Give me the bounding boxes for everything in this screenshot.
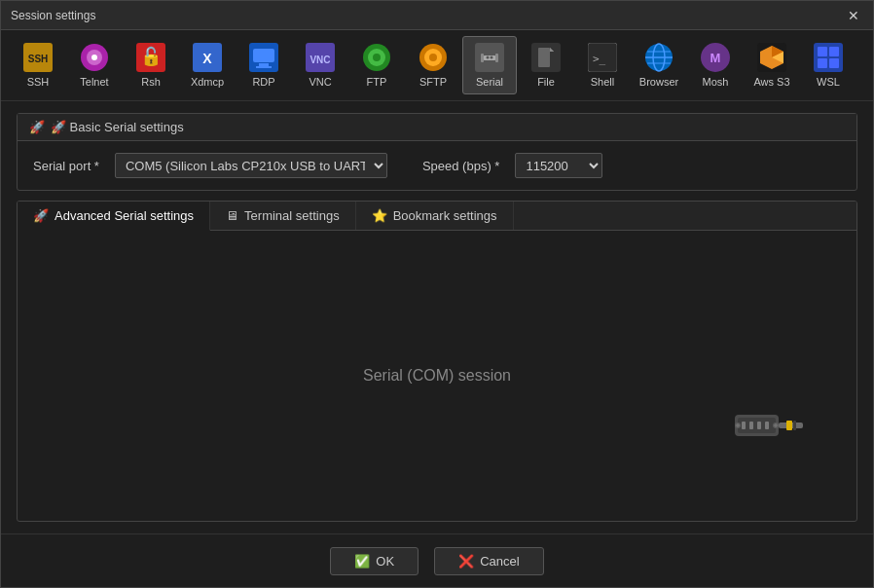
protocol-telnet[interactable]: Telnet xyxy=(67,36,122,94)
ok-button[interactable]: ✅ OK xyxy=(330,547,419,575)
serial-port-label: Serial port * xyxy=(33,159,99,173)
svg-point-20 xyxy=(429,54,437,61)
protocol-wsl[interactable]: WSL xyxy=(801,36,856,94)
svg-rect-24 xyxy=(495,54,498,62)
tab-bar: 🚀 Advanced Serial settings 🖥 Terminal se… xyxy=(18,202,856,231)
protocol-aws-s3[interactable]: Aws S3 xyxy=(745,36,799,94)
telnet-icon xyxy=(80,43,109,72)
rsh-label: Rsh xyxy=(141,76,161,88)
speed-select[interactable]: 9600 19200 38400 57600 115200 230400 460… xyxy=(515,153,602,178)
vnc-icon: VNC xyxy=(306,43,335,72)
serial-port-select[interactable]: COM5 (Silicon Labs CP210x USB to UART Br… xyxy=(115,153,387,178)
svg-rect-10 xyxy=(253,49,274,62)
sftp-label: SFTP xyxy=(419,76,447,88)
protocol-rsh[interactable]: 🔓 Rsh xyxy=(124,36,178,94)
serial-label: Serial xyxy=(476,76,503,88)
shell-icon: >_ xyxy=(588,43,617,72)
ok-icon: ✅ xyxy=(354,554,370,569)
ssh-label: SSH xyxy=(27,76,50,88)
svg-rect-11 xyxy=(259,63,269,66)
ftp-icon xyxy=(362,43,391,72)
vnc-label: VNC xyxy=(309,76,331,88)
protocol-sftp[interactable]: SFTP xyxy=(406,36,460,94)
svg-text:VNC: VNC xyxy=(310,55,330,65)
svg-rect-28 xyxy=(538,48,550,67)
browser-icon xyxy=(644,43,674,72)
ssh-icon: SSH xyxy=(23,43,53,72)
svg-rect-12 xyxy=(256,66,272,68)
sftp-icon xyxy=(419,43,448,72)
cancel-button[interactable]: ❌ Cancel xyxy=(434,547,543,575)
svg-point-17 xyxy=(373,54,381,61)
svg-rect-53 xyxy=(757,422,761,429)
basic-serial-title: 🚀 Basic Serial settings xyxy=(51,120,184,134)
svg-rect-57 xyxy=(793,421,796,430)
svg-rect-54 xyxy=(765,422,769,429)
aws-s3-label: Aws S3 xyxy=(753,76,789,88)
svg-rect-47 xyxy=(818,58,827,68)
advanced-serial-tab-label: Advanced Serial settings xyxy=(55,208,194,223)
window-title: Session settings xyxy=(11,9,95,22)
basic-serial-icon: 🚀 xyxy=(29,120,45,134)
terminal-settings-tab-label: Terminal settings xyxy=(244,208,340,223)
protocol-xdmcp[interactable]: X Xdmcp xyxy=(180,36,235,94)
svg-point-26 xyxy=(491,56,493,59)
wsl-label: WSL xyxy=(817,76,840,88)
basic-serial-body: Serial port * COM5 (Silicon Labs CP210x … xyxy=(18,141,856,190)
wsl-icon xyxy=(814,43,843,72)
bookmark-settings-tab-icon: ⭐ xyxy=(372,208,387,223)
rsh-icon: 🔓 xyxy=(136,43,165,72)
protocol-shell[interactable]: >_ Shell xyxy=(575,36,630,94)
ok-label: OK xyxy=(376,554,394,569)
svg-point-4 xyxy=(91,55,97,60)
protocol-bar: SSH SSH Telnet 🔓 Rsh X Xdmcp xyxy=(1,30,873,101)
session-label: Serial (COM) session xyxy=(363,367,511,385)
tab-advanced-serial[interactable]: 🚀 Advanced Serial settings xyxy=(18,202,210,231)
title-bar: Session settings ✕ xyxy=(1,1,873,30)
protocol-mosh[interactable]: M Mosh xyxy=(688,36,743,94)
footer: ✅ OK ❌ Cancel xyxy=(1,533,873,587)
protocol-ftp[interactable]: FTP xyxy=(349,36,404,94)
svg-point-25 xyxy=(487,56,490,59)
rdp-icon xyxy=(249,43,278,72)
mosh-label: Mosh xyxy=(703,76,729,88)
svg-text:X: X xyxy=(202,51,212,66)
telnet-label: Telnet xyxy=(80,76,108,88)
svg-rect-45 xyxy=(818,47,827,56)
shell-label: Shell xyxy=(591,76,614,88)
speed-label: Speed (bps) * xyxy=(422,159,500,173)
svg-rect-48 xyxy=(829,58,839,68)
tab-bookmark-settings[interactable]: ⭐ Bookmark settings xyxy=(356,202,514,230)
serial-illustration xyxy=(730,390,808,472)
protocol-vnc[interactable]: VNC VNC xyxy=(293,36,347,94)
basic-serial-header: 🚀 🚀 Basic Serial settings xyxy=(18,114,856,141)
ftp-label: FTP xyxy=(367,76,387,88)
close-button[interactable]: ✕ xyxy=(844,6,863,25)
tab-content-area: Serial (COM) session xyxy=(18,231,856,521)
main-content: 🚀 🚀 Basic Serial settings Serial port * … xyxy=(1,101,873,533)
bookmark-settings-tab-label: Bookmark settings xyxy=(393,208,497,223)
svg-text:🔓: 🔓 xyxy=(140,46,163,67)
protocol-browser[interactable]: Browser xyxy=(632,36,686,94)
tab-terminal-settings[interactable]: 🖥 Terminal settings xyxy=(210,202,356,230)
tabbed-panel: 🚀 Advanced Serial settings 🖥 Terminal se… xyxy=(17,201,857,522)
svg-rect-46 xyxy=(829,47,839,56)
protocol-rdp[interactable]: RDP xyxy=(237,36,291,94)
cancel-label: Cancel xyxy=(480,554,519,569)
protocol-serial[interactable]: Serial xyxy=(462,36,517,94)
file-icon xyxy=(531,43,561,72)
protocol-file[interactable]: File xyxy=(519,36,573,94)
svg-rect-56 xyxy=(786,421,792,430)
protocol-ssh[interactable]: SSH SSH xyxy=(11,36,65,94)
aws-s3-icon xyxy=(757,43,786,72)
svg-rect-51 xyxy=(742,422,746,429)
file-label: File xyxy=(537,76,555,88)
advanced-serial-tab-icon: 🚀 xyxy=(33,208,49,223)
svg-text:SSH: SSH xyxy=(28,54,49,64)
session-settings-dialog: Session settings ✕ SSH SSH Telnet 🔓 Rsh xyxy=(0,0,874,588)
svg-rect-52 xyxy=(749,422,753,429)
basic-serial-panel: 🚀 🚀 Basic Serial settings Serial port * … xyxy=(17,113,857,191)
cancel-icon: ❌ xyxy=(458,554,474,569)
svg-rect-22 xyxy=(483,55,496,60)
browser-label: Browser xyxy=(639,76,678,88)
